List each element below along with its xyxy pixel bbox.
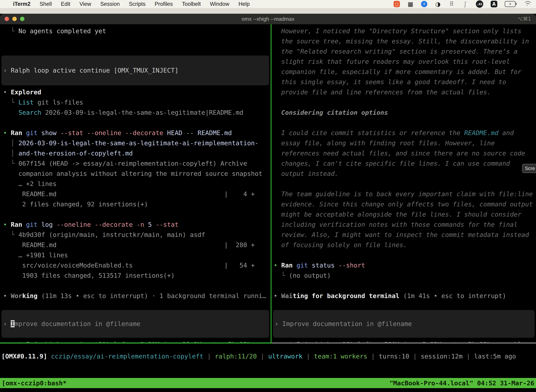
window-shortcut-badge: ⌥⌘1 bbox=[517, 14, 531, 24]
terminal-line bbox=[274, 97, 536, 107]
text-segment: Wai bbox=[281, 292, 293, 299]
menu-help[interactable]: Help bbox=[239, 1, 250, 7]
battery-badge-icon[interactable]: ..61 bbox=[476, 0, 483, 8]
terminal-line: › Improve documentation in @filename bbox=[273, 310, 535, 329]
terminal-line bbox=[274, 179, 536, 189]
text-segment: Ran bbox=[281, 262, 293, 269]
squiggle-icon[interactable]: ʃ bbox=[462, 1, 469, 7]
text-segment bbox=[22, 129, 26, 136]
terminal-line bbox=[3, 118, 271, 128]
menu-toolbelt[interactable]: Toolbelt bbox=[182, 1, 201, 7]
text-segment: 4b9d30f (origin/main, instructkr/main, m… bbox=[19, 231, 205, 238]
text-segment: › bbox=[3, 67, 11, 74]
text-segment: ultrawork bbox=[268, 353, 302, 360]
terminal-line: Search 2026-03-09-is-legal-the-same-as-l… bbox=[3, 107, 271, 118]
text-segment: • bbox=[3, 89, 11, 96]
text-segment: --stat --oneline --decorate bbox=[60, 129, 163, 136]
text-segment: king bbox=[22, 292, 38, 299]
screenshot-icon[interactable]: ▢ bbox=[393, 1, 400, 7]
terminal-line: changes, I can't cite specific file line… bbox=[274, 159, 536, 169]
text-segment: including verification notes with those … bbox=[274, 221, 517, 228]
terminal-line: … +2 lines bbox=[3, 179, 271, 189]
text-segment: However, I noticed the "Directory Struct… bbox=[274, 27, 522, 35]
text-segment: changes, I can't cite specific file line… bbox=[274, 160, 510, 167]
text-segment: README.md | 280 + bbox=[3, 241, 255, 248]
terminal-line: slight risk that future readers may over… bbox=[274, 56, 536, 67]
model-status-line-left: gpt-5.4 xhigh · main · 91% left · 2.31M … bbox=[3, 339, 266, 342]
battery-icon[interactable]: ⚡ bbox=[505, 1, 516, 7]
model-status-line-right: gpt-5.4 xhigh · 96% left · 520K in · 5.8… bbox=[274, 339, 533, 342]
text-segment: HEAD bbox=[163, 129, 186, 136]
window-title-bar[interactable]: omx --xhigh --madmax ⌥⌘1 bbox=[0, 14, 536, 24]
text-segment: 5 bbox=[144, 221, 156, 228]
text-segment: status bbox=[308, 262, 338, 269]
left-pane-bottom-border bbox=[0, 342, 272, 344]
command-input-right[interactable]: › Improve documentation in @filename bbox=[273, 310, 535, 338]
terminal-line: gpt-5.4 xhigh · 96% left · 520K in · 5.8… bbox=[274, 339, 533, 342]
text-segment: Improve documentation in @filename bbox=[282, 320, 412, 327]
tmux-status-bar: [omx-cczip0:bash* "MacBook-Pro-44.local"… bbox=[0, 378, 536, 388]
terminal-line: │ and-the-erosion-of-copyleft.md bbox=[3, 148, 271, 159]
text-segment: evidence. Since this change only affects… bbox=[274, 201, 533, 208]
input-source-icon[interactable]: A bbox=[491, 1, 497, 7]
terminal-line: • Explored bbox=[3, 87, 271, 97]
text-segment: └ bbox=[274, 272, 289, 279]
text-segment: | bbox=[257, 353, 268, 360]
text-segment: and-the-erosion-of-copyleft.md bbox=[19, 150, 133, 157]
terminal-line: 2 files changed, 92 insertions(+) bbox=[3, 199, 271, 209]
terminal-line: • Waiting for background terminal (1m 41… bbox=[274, 291, 536, 301]
text-segment: --oneline --decorate -n bbox=[57, 221, 144, 228]
terminal-line: However, I noticed the "Directory Struct… bbox=[274, 26, 536, 36]
menu-edit[interactable]: Edit bbox=[61, 1, 70, 7]
text-segment: No agents completed yet bbox=[19, 27, 106, 35]
messenger-icon[interactable]: ⚡ bbox=[421, 1, 427, 7]
text-segment: └ bbox=[3, 160, 19, 167]
text-segment: (no output) bbox=[289, 272, 331, 279]
terminal-line: • Ran git show --stat --oneline --decora… bbox=[3, 128, 271, 138]
right-terminal-pane[interactable]: However, I noticed the "Directory Struct… bbox=[272, 24, 536, 342]
text-segment: [OMX#0.11.9] bbox=[1, 353, 51, 360]
ralph-inject-box: › Ralph loop active continue [OMX_TMUX_I… bbox=[1, 56, 269, 85]
terminal-line: review. Also, I might want to inspect th… bbox=[274, 230, 536, 240]
terminal-line bbox=[3, 46, 271, 56]
terminal-line: of focusing solely on file lines. bbox=[274, 240, 536, 250]
screen-share-button[interactable]: Scre bbox=[522, 164, 536, 173]
menu-iterm2[interactable]: iTerm2 bbox=[13, 1, 30, 7]
keypad-icon[interactable]: ▦ bbox=[407, 1, 414, 7]
text-segment: team:1 workers bbox=[314, 353, 367, 360]
terminal-line bbox=[274, 250, 536, 260]
text-segment: references need actual files, and since … bbox=[274, 150, 525, 157]
terminal-line: › Ralph loop active continue [OMX_TMUX_I… bbox=[1, 56, 269, 75]
text-segment bbox=[22, 221, 26, 228]
dots-grid-icon[interactable]: ⠿ bbox=[448, 1, 455, 7]
contrast-icon[interactable]: ◑ bbox=[435, 1, 441, 7]
menu-shell[interactable]: Shell bbox=[40, 1, 52, 7]
terminal-line: └ (no output) bbox=[274, 271, 536, 281]
text-segment: git bbox=[26, 129, 38, 136]
terminal-line: README.md | 4 + bbox=[3, 189, 271, 199]
terminal-line: references need actual files, and since … bbox=[274, 148, 536, 159]
text-segment: | bbox=[409, 353, 421, 360]
menu-session[interactable]: Session bbox=[100, 1, 120, 7]
text-segment: › bbox=[3, 320, 11, 327]
text-segment: • bbox=[3, 221, 11, 228]
terminal-line: └ 4b9d30f (origin/main, instructkr/main,… bbox=[3, 230, 271, 240]
text-segment: review. Also, I might want to inspect th… bbox=[274, 231, 529, 238]
wifi-icon[interactable]: • bbox=[523, 1, 531, 7]
right-pane-bottom-border bbox=[272, 343, 536, 343]
text-segment: Explored bbox=[11, 89, 41, 96]
text-segment: • bbox=[3, 292, 11, 299]
menu-profiles[interactable]: Profiles bbox=[155, 1, 173, 7]
menu-scripts[interactable]: Scripts bbox=[129, 1, 146, 7]
command-input-left[interactable]: › Improve documentation in @filename bbox=[1, 310, 269, 338]
text-segment: | bbox=[302, 353, 314, 360]
text-segment: └ bbox=[3, 27, 19, 35]
text-segment: this single essay, it seems like a good … bbox=[274, 78, 506, 85]
terminal-line: provide file and line references from th… bbox=[274, 87, 536, 97]
text-segment: --stat bbox=[156, 221, 178, 228]
menu-window[interactable]: Window bbox=[210, 1, 229, 7]
text-segment: git ls-files bbox=[34, 99, 83, 106]
left-terminal-pane[interactable]: └ No agents completed yet• Explored └ Li… bbox=[0, 24, 271, 342]
text-segment: └ bbox=[3, 99, 19, 106]
menu-view[interactable]: View bbox=[80, 1, 91, 7]
